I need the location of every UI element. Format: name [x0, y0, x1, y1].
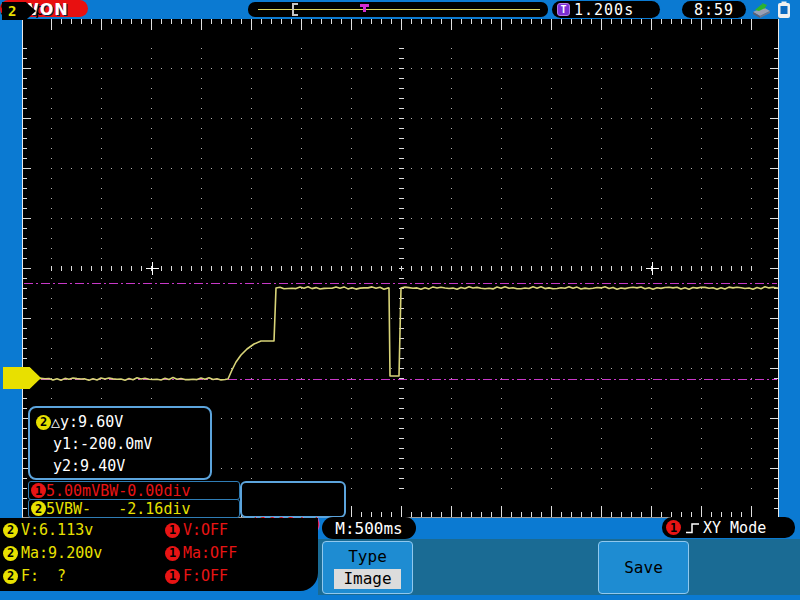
type-value-image[interactable]: Image [334, 569, 401, 589]
save-button[interactable]: Save [598, 541, 689, 594]
trigger-t-icon: T [557, 3, 570, 16]
ch2-voltage-row: 2V:6.113v [3, 521, 93, 539]
ch2-freq-row: 2F: ? [3, 567, 66, 585]
trigger-position-icon [360, 4, 369, 12]
ch2-f-value: F: ? [21, 567, 66, 585]
trigger-timebase-pill: T 1.200s [552, 1, 660, 18]
ch2-badge: 2 [3, 569, 18, 584]
ch1-max-row: 1Ma:OFF [165, 544, 237, 562]
ch2-badge: 2 [31, 501, 46, 516]
channel-info-boxes: 15.00mVBW-0.00div 25VBW- -2.16div [28, 481, 240, 518]
cursor-y1: y1:-200.0mV [53, 433, 210, 455]
xy-mode-indicator[interactable]: 1 XY Mode [662, 517, 795, 538]
top-status-bar: WON Stop T 1.200s 8:59 [0, 0, 800, 19]
ch1-badge: 1 [165, 523, 180, 538]
ch1-ma-value: Ma:OFF [183, 544, 237, 562]
usb-storage-icon [750, 2, 772, 18]
ch1-voltage-row: 1V:OFF [165, 521, 228, 539]
cursor-y2: y2:9.40V [53, 455, 210, 477]
ch2-scale-text: 5VBW- -2.16div [46, 500, 191, 518]
record-position-bar [248, 2, 548, 17]
rising-edge-icon [685, 522, 700, 534]
ch1-badge: 1 [165, 546, 180, 561]
ch1-v-value: V:OFF [183, 521, 228, 539]
ch2-ma-value: Ma:9.200v [21, 544, 102, 562]
cursor-measurement-box: 2△y:9.60V y1:-200.0mV y2:9.40V [28, 406, 212, 480]
clock: 8:59 [682, 1, 746, 18]
cursor-delta-y: △y:9.60V [51, 411, 123, 433]
xy-mode-label: XY Mode [703, 519, 766, 537]
acquisition-info-box: (100S/s) Depth:1K [240, 481, 346, 518]
ch1-badge: 1 [31, 483, 46, 498]
type-button[interactable]: Type Image [322, 541, 413, 594]
ch1-badge: 1 [666, 520, 681, 535]
record-line [258, 9, 540, 10]
measurement-panel: 2V:6.113v 2Ma:9.200v 2F: ? 1V:OFF 1Ma:OF… [0, 518, 318, 591]
window-position-bracket-icon [292, 3, 298, 16]
ch1-info-box: 15.00mVBW-0.00div [28, 481, 240, 500]
main-timebase-readout: M:500ms [322, 517, 416, 539]
ch1-freq-row: 1F:OFF [165, 567, 228, 585]
ch2-max-row: 2Ma:9.200v [3, 544, 102, 562]
ch1-scale-text: 5.00mVBW-0.00div [46, 482, 191, 500]
ch2-badge: 2 [3, 546, 18, 561]
ch2-badge: 2 [36, 415, 51, 430]
ch1-f-value: F:OFF [183, 567, 228, 585]
timebase-readout: 1.200s [574, 1, 634, 19]
ch2-info-box: 25VBW- -2.16div [28, 499, 240, 518]
ch1-badge: 1 [165, 569, 180, 584]
ch2-v-value: V:6.113v [21, 521, 93, 539]
device-battery-icon [776, 1, 792, 19]
type-label: Type [323, 547, 412, 566]
ch2-badge: 2 [3, 523, 18, 538]
